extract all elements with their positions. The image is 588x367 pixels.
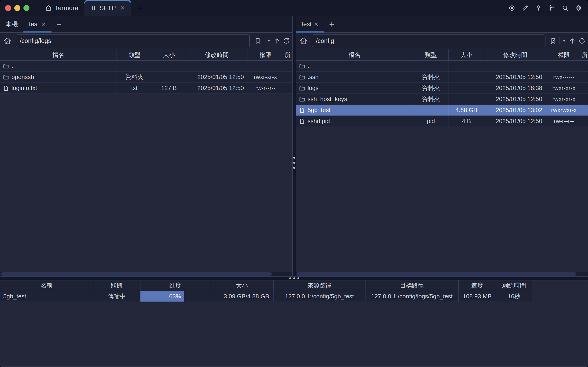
file-name-cell: .ssh (296, 72, 413, 83)
file-name-cell: openssh (0, 72, 117, 83)
tab-local[interactable]: 本機 (0, 16, 24, 32)
file-row[interactable]: loginfo.txttxt127 B2025/01/05 12:50rw-r-… (0, 83, 292, 94)
file-modified-cell: 2025/01/05 12:50 (186, 72, 248, 83)
home-directory-icon[interactable] (3, 37, 11, 45)
transfer-column-header-source[interactable]: 來源路徑 (273, 280, 366, 291)
close-tab-icon[interactable]: ✕ (41, 21, 46, 28)
parent-directory-icon[interactable] (273, 37, 281, 45)
column-header-type[interactable]: 類型 (413, 49, 449, 60)
chevron-down-icon[interactable] (267, 39, 271, 43)
file-name: .. (11, 62, 15, 70)
file-row[interactable]: .. (0, 61, 292, 72)
file-name-cell: .. (296, 61, 413, 71)
folder-icon (299, 74, 305, 80)
right-path-box (312, 34, 545, 47)
transfer-column-header-remaining[interactable]: 剩餘時間 (496, 280, 532, 291)
column-header-type[interactable]: 類型 (117, 49, 152, 60)
file-name-cell: 5gb_test (296, 105, 413, 116)
tab-termora[interactable]: Termora (39, 0, 84, 16)
zoom-window-button[interactable] (24, 5, 29, 11)
column-header-owner[interactable]: 所 (283, 49, 292, 60)
add-panel-tab-button[interactable] (51, 16, 67, 32)
folder-icon (299, 63, 305, 69)
chevron-down-icon[interactable] (562, 39, 566, 43)
transfer-row[interactable]: 5gb_test傳輸中63%3.09 GB/4.88 GB127.0.0.1:/… (0, 291, 588, 302)
transfer-column-header-size[interactable]: 大小 (210, 280, 273, 291)
transfer-column-header-speed[interactable]: 速度 (459, 280, 496, 291)
file-row[interactable]: sshd.pidpid4 B2025/01/05 12:50rw-r--r-- (296, 116, 588, 127)
file-table-header: 檔名類型大小修改時間權限所 (296, 49, 588, 61)
key-icon[interactable] (535, 5, 542, 11)
column-header-perm[interactable]: 權限 (248, 49, 283, 60)
file-size-cell (152, 61, 186, 71)
transfer-source-cell: 127.0.0.1:/config/5gb_test (273, 291, 366, 302)
column-header-name[interactable]: 檔名 (296, 49, 413, 60)
close-window-button[interactable] (5, 5, 11, 11)
file-size-cell: 4 B (449, 116, 484, 126)
tab-test-right-label: test (302, 21, 312, 28)
transfer-speed-cell: 108.93 MB (459, 291, 496, 302)
file-table-header: 檔名類型大小修改時間權限所 (0, 49, 292, 61)
file-size-cell: 127 B (152, 83, 186, 93)
file-type-cell (413, 61, 449, 71)
bookmark-icon[interactable] (254, 37, 261, 45)
traffic-lights (5, 5, 29, 11)
column-header-name[interactable]: 檔名 (0, 49, 117, 60)
tab-local-label: 本機 (6, 20, 18, 28)
folder-icon (3, 74, 9, 80)
bookmark-remove-icon[interactable] (550, 37, 557, 45)
minimize-window-button[interactable] (14, 5, 20, 11)
refresh-icon[interactable] (578, 37, 586, 45)
add-panel-tab-button[interactable] (324, 16, 339, 32)
tab-test-right[interactable]: test ✕ (296, 16, 324, 32)
file-row[interactable]: openssh資料夾2025/01/05 12:50rwxr-xr-x (0, 72, 292, 83)
file-perm-cell: rwx------ (546, 72, 582, 83)
branch-icon[interactable] (548, 5, 555, 11)
file-perm-cell: rwxr-xr-x (248, 72, 283, 83)
file-row[interactable]: logs資料夾2025/01/05 18:38rwxr-xr-x (296, 83, 588, 94)
right-toolbar (296, 33, 588, 49)
panel-splitter[interactable] (292, 16, 296, 276)
column-header-owner[interactable]: 所 (582, 49, 588, 60)
file-row[interactable]: ssh_host_keys資料夾2025/01/05 12:50rwxr-xr-… (296, 94, 588, 105)
file-row[interactable]: .ssh資料夾2025/01/05 12:50rwx------ (296, 72, 588, 83)
close-tab-icon[interactable]: ✕ (120, 5, 125, 12)
tab-sftp[interactable]: SFTP ✕ (84, 0, 131, 16)
file-owner-cell (283, 61, 292, 71)
file-row[interactable]: 5gb_test4.88 GB2025/01/05 13:02rwxrwxr-x (296, 105, 588, 116)
right-hscrollbar-thumb[interactable] (297, 272, 577, 275)
left-hscrollbar-thumb[interactable] (1, 272, 272, 275)
column-header-size[interactable]: 大小 (152, 49, 186, 60)
new-window-tab-button[interactable] (131, 0, 149, 16)
transfer-column-header-name[interactable]: 名稱 (0, 280, 93, 291)
file-row[interactable]: .. (296, 61, 588, 72)
right-path-input[interactable] (312, 37, 545, 45)
left-path-input[interactable] (16, 37, 249, 45)
record-icon[interactable] (509, 5, 515, 11)
file-modified-cell (186, 61, 248, 71)
file-modified-cell (484, 61, 546, 71)
file-name-cell: ssh_host_keys (296, 94, 413, 105)
transfer-column-header-target[interactable]: 目標路徑 (366, 280, 459, 291)
close-tab-icon[interactable]: ✕ (314, 21, 319, 28)
column-header-perm[interactable]: 權限 (546, 49, 582, 60)
column-header-modified[interactable]: 修改時間 (186, 49, 248, 60)
home-directory-icon[interactable] (299, 37, 307, 45)
file-modified-cell: 2025/01/05 18:38 (484, 83, 546, 93)
progress-percent-label: 63% (169, 293, 184, 300)
file-owner-cell (283, 83, 292, 93)
parent-directory-icon[interactable] (569, 37, 576, 45)
column-header-size[interactable]: 大小 (449, 49, 484, 60)
transfer-column-header-status[interactable]: 狀態 (93, 280, 140, 291)
tab-test-left[interactable]: test ✕ (24, 16, 51, 32)
settings-icon[interactable] (575, 5, 582, 11)
transfer-splitter[interactable] (0, 276, 588, 280)
refresh-icon[interactable] (283, 37, 290, 45)
transfer-column-header-progress[interactable]: 進度 (140, 280, 210, 291)
edit-icon[interactable] (522, 5, 529, 11)
file-name-cell: logs (296, 83, 413, 93)
search-icon[interactable] (562, 5, 569, 11)
column-header-modified[interactable]: 修改時間 (484, 49, 546, 60)
file-modified-cell: 2025/01/05 12:50 (484, 116, 546, 126)
file-type-cell (413, 105, 449, 116)
